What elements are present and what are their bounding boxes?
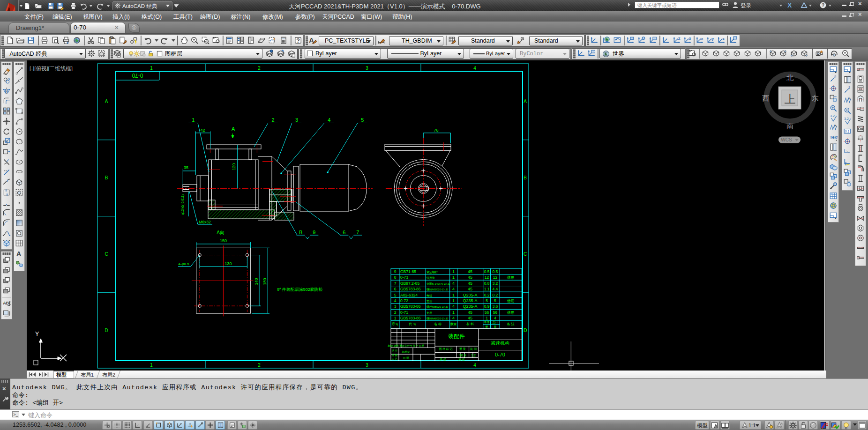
svg-text:y: y	[712, 36, 714, 40]
svg-text:4-φ8.5: 4-φ8.5	[178, 262, 189, 266]
svg-text:GB71-85: GB71-85	[400, 269, 416, 274]
svg-text:12: 12	[493, 275, 498, 280]
svg-text:Z: Z	[678, 36, 681, 40]
svg-text:GB97.2-85: GB97.2-85	[400, 281, 419, 286]
svg-text:电机: 电机	[427, 294, 432, 297]
svg-text:3.6: 3.6	[492, 304, 498, 309]
svg-text:4.4: 4.4	[492, 287, 498, 291]
svg-text:量: 量	[494, 326, 496, 328]
svg-text:标记 处数 更改文件号 签字 日期: 标记 处数 更改文件号 签字 日期	[387, 344, 424, 348]
svg-text:?: ?	[296, 37, 300, 44]
svg-text:9# 件装配后涂502胶防松: 9# 件装配后涂502胶防松	[277, 287, 322, 292]
svg-text:数量: 数量	[450, 322, 457, 326]
svg-text:借用: 借用	[507, 311, 515, 315]
svg-text:0.5: 0.5	[492, 269, 498, 274]
svg-text:45: 45	[468, 287, 472, 291]
svg-text:180: 180	[262, 278, 267, 285]
svg-text:5: 5	[361, 117, 364, 123]
svg-text:WCS: WCS	[781, 137, 792, 142]
svg-text:35: 35	[184, 165, 188, 170]
svg-text:x: x	[701, 36, 703, 40]
svg-text:0-70: 0-70	[495, 352, 505, 357]
svg-text:0-72: 0-72	[400, 298, 408, 303]
svg-text:76: 76	[434, 128, 439, 133]
svg-text:D: D	[105, 328, 108, 333]
svg-text:支座: 支座	[427, 299, 432, 303]
svg-text:2: 2	[258, 363, 261, 368]
svg-text:1: 1	[486, 316, 488, 320]
svg-text:Q235-A: Q235-A	[463, 304, 477, 309]
svg-text:8: 8	[394, 275, 397, 280]
svg-text:重: 重	[485, 325, 488, 328]
svg-text:名 称: 名 称	[434, 322, 441, 326]
svg-text:代 号: 代 号	[408, 322, 416, 326]
svg-text:3: 3	[366, 363, 368, 368]
svg-text:0.2: 0.2	[492, 293, 498, 297]
svg-text:材 料: 材 料	[466, 322, 474, 326]
svg-text:1: 1	[452, 269, 455, 274]
svg-text:3: 3	[394, 304, 397, 309]
svg-text:150: 150	[220, 238, 227, 243]
svg-text:M6x32: M6x32	[199, 220, 211, 224]
svg-text:GB5783-86: GB5783-86	[400, 287, 421, 291]
svg-text:南: 南	[786, 122, 793, 130]
svg-text:A: A	[105, 99, 108, 104]
svg-text:1: 1	[192, 117, 195, 123]
svg-text:3: 3	[848, 86, 850, 89]
svg-text:0.2: 0.2	[484, 293, 490, 297]
svg-text:z: z	[723, 36, 725, 40]
svg-text:3: 3	[366, 66, 368, 71]
svg-text:重 量: 重 量	[459, 347, 466, 350]
svg-text:0-73: 0-73	[400, 275, 408, 280]
svg-text:图 样 标 记: 图 样 标 记	[439, 347, 452, 351]
svg-text:120: 120	[232, 163, 236, 170]
svg-text:西: 西	[762, 94, 769, 102]
svg-text:6: 6	[343, 230, 345, 235]
svg-text:56: 56	[485, 310, 489, 315]
svg-text:0-70: 0-70	[132, 72, 143, 79]
svg-text:1.1: 1.1	[484, 287, 490, 291]
svg-text:56: 56	[493, 310, 498, 315]
svg-text:0.8: 0.8	[484, 281, 490, 286]
svg-text:A: A	[232, 126, 235, 132]
svg-text:50.9: 50.9	[459, 354, 466, 357]
svg-text:总计: 总计	[492, 321, 498, 324]
svg-text:日 期: 日 期	[403, 356, 409, 360]
svg-text:描 图: 描 图	[392, 354, 398, 357]
svg-text:2: 2	[394, 310, 397, 315]
svg-text:借用: 借用	[507, 299, 515, 303]
svg-text:C: C	[105, 252, 108, 257]
svg-text:130: 130	[224, 261, 232, 266]
svg-text:2: 2	[271, 117, 274, 123]
svg-text:设 计: 设 计	[392, 349, 398, 352]
svg-text:3.2: 3.2	[830, 114, 835, 118]
svg-text:A02-6324: A02-6324	[400, 293, 418, 297]
svg-text:3: 3	[834, 74, 836, 78]
svg-text:1:2: 1:2	[471, 354, 476, 357]
svg-text:序号: 序号	[392, 322, 398, 326]
svg-text:快换垫: 快换垫	[426, 276, 435, 280]
svg-text:Q235-A: Q235-A	[463, 298, 477, 303]
svg-text:北: 北	[786, 74, 793, 82]
svg-text:4: 4	[328, 117, 330, 123]
svg-text:1: 1	[394, 316, 397, 320]
svg-text:3: 3	[295, 117, 298, 123]
svg-text:140: 140	[254, 278, 259, 285]
svg-text:4: 4	[452, 316, 455, 320]
svg-text:12: 12	[485, 275, 489, 280]
svg-text:GB5783-86: GB5783-86	[400, 304, 421, 309]
svg-text:A: A	[16, 250, 21, 258]
svg-text:Y: Y	[35, 330, 39, 337]
svg-text:支座: 支座	[427, 311, 432, 315]
svg-text:D: D	[524, 328, 527, 333]
svg-text:GB5783-86: GB5783-86	[400, 316, 421, 320]
svg-text:3.2: 3.2	[844, 117, 849, 120]
svg-text:螺栓M8X20-Zn.D: 螺栓M8X20-Zn.D	[427, 305, 449, 309]
svg-text:9: 9	[394, 269, 397, 274]
svg-text:7: 7	[356, 230, 359, 235]
svg-text:45: 45	[468, 275, 472, 280]
svg-text:4: 4	[452, 287, 455, 291]
svg-text:装配件: 装配件	[448, 333, 465, 340]
svg-text:?: ?	[822, 3, 824, 8]
svg-text:0.9: 0.9	[484, 304, 490, 309]
